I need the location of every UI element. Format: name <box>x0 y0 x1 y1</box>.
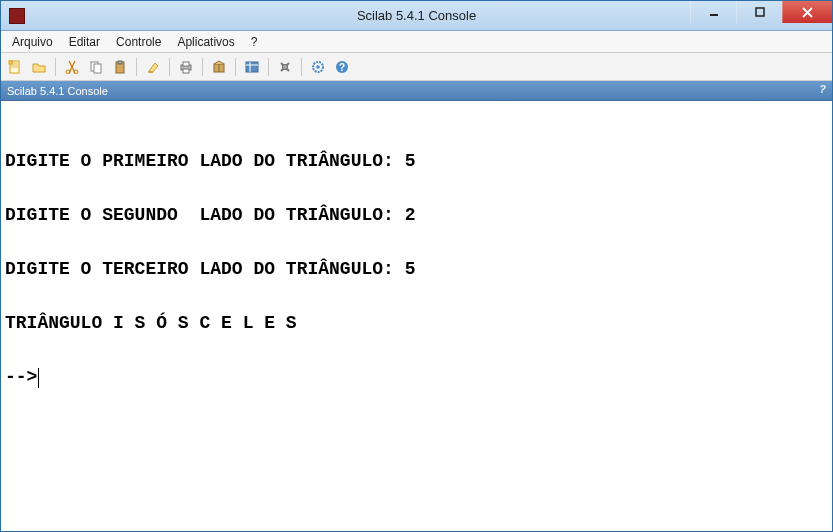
copy-icon <box>89 60 103 74</box>
clear-icon <box>146 60 160 74</box>
open-file-button[interactable] <box>29 57 49 77</box>
svg-text:?: ? <box>339 62 345 73</box>
window-controls <box>690 1 832 30</box>
preferences-icon <box>278 60 292 74</box>
help-button[interactable]: ? <box>332 57 352 77</box>
package-button[interactable] <box>209 57 229 77</box>
preferences-button[interactable] <box>275 57 295 77</box>
variable-browser-button[interactable] <box>242 57 262 77</box>
console-line: DIGITE O TERCEIRO LADO DO TRIÂNGULO: 5 <box>5 256 828 283</box>
svg-rect-14 <box>183 69 189 73</box>
maximize-button[interactable] <box>736 1 782 23</box>
print-button[interactable] <box>176 57 196 77</box>
paste-button[interactable] <box>110 57 130 77</box>
menu-aplicativos[interactable]: Aplicativos <box>170 33 241 51</box>
variable-browser-icon <box>245 60 259 74</box>
package-icon <box>212 60 226 74</box>
svg-rect-13 <box>183 62 189 66</box>
toolbar-separator <box>301 58 302 76</box>
help-icon: ? <box>335 60 349 74</box>
clear-button[interactable] <box>143 57 163 77</box>
close-icon <box>802 7 813 18</box>
toolbar-separator <box>268 58 269 76</box>
pane-help-button[interactable]: ? <box>819 83 826 95</box>
copy-button[interactable] <box>86 57 106 77</box>
console-pane-header: Scilab 5.4.1 Console ? <box>1 81 832 101</box>
settings-gear-icon <box>311 60 325 74</box>
app-icon <box>9 8 25 24</box>
menu-bar: Arquivo Editar Controle Aplicativos ? <box>1 31 832 53</box>
new-file-button[interactable] <box>5 57 25 77</box>
svg-point-22 <box>316 65 320 69</box>
new-file-icon <box>8 60 22 74</box>
svg-rect-9 <box>94 64 101 73</box>
toolbar-separator <box>136 58 137 76</box>
svg-rect-5 <box>9 61 12 64</box>
maximize-icon <box>755 7 765 17</box>
toolbar-separator <box>202 58 203 76</box>
settings-button[interactable] <box>308 57 328 77</box>
menu-editar[interactable]: Editar <box>62 33 107 51</box>
menu-arquivo[interactable]: Arquivo <box>5 33 60 51</box>
text-cursor <box>38 368 39 388</box>
menu-controle[interactable]: Controle <box>109 33 168 51</box>
menu-help[interactable]: ? <box>244 33 265 51</box>
toolbar: ? <box>1 53 832 81</box>
minimize-icon <box>709 7 719 17</box>
toolbar-separator <box>169 58 170 76</box>
minimize-button[interactable] <box>690 1 736 23</box>
console-line: TRIÂNGULO I S Ó S C E L E S <box>5 310 828 337</box>
window-titlebar: Scilab 5.4.1 Console <box>1 1 832 31</box>
svg-point-20 <box>283 64 288 69</box>
console-pane-title: Scilab 5.4.1 Console <box>7 85 108 97</box>
svg-rect-11 <box>118 61 122 64</box>
print-icon <box>179 60 193 74</box>
console-line: DIGITE O SEGUNDO LADO DO TRIÂNGULO: 2 <box>5 202 828 229</box>
cut-icon <box>65 60 79 74</box>
toolbar-separator <box>55 58 56 76</box>
svg-rect-17 <box>246 62 258 72</box>
paste-icon <box>113 60 127 74</box>
console-prompt: --> <box>5 364 37 391</box>
close-button[interactable] <box>782 1 832 23</box>
console-line: DIGITE O PRIMEIRO LADO DO TRIÂNGULO: 5 <box>5 148 828 175</box>
console-prompt-line: --> <box>5 364 828 391</box>
open-file-icon <box>32 60 46 74</box>
cut-button[interactable] <box>62 57 82 77</box>
svg-rect-1 <box>756 8 764 16</box>
toolbar-separator <box>235 58 236 76</box>
console-output[interactable]: DIGITE O PRIMEIRO LADO DO TRIÂNGULO: 5 D… <box>1 101 832 531</box>
